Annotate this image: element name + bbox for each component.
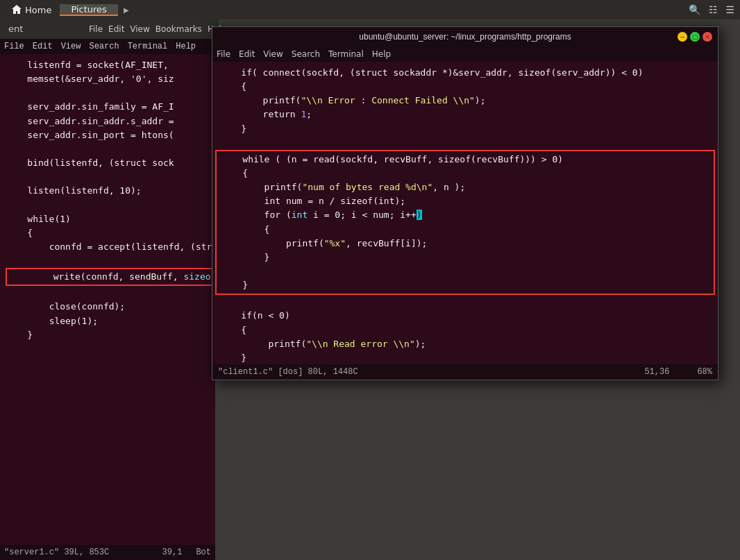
minimize-button[interactable]: −: [678, 32, 687, 42]
bg-menu-view[interactable]: View: [61, 42, 81, 51]
fg-code-line-13: printf("%x", recvBuff[i]);: [221, 237, 709, 251]
bg-code-line-4: serv_addr.sin_family = AF_I: [6, 100, 210, 114]
fg-code-line-16: }: [221, 278, 709, 292]
fg-code-line-6: [219, 136, 711, 150]
fg-code-line-8: {: [221, 167, 709, 180]
search-icon[interactable]: 🔍: [689, 4, 700, 15]
home-button[interactable]: Home: [6, 3, 57, 17]
bg-code-line-10: listen(listenfd, 10);: [6, 184, 210, 198]
bg-code-line-16: [6, 286, 210, 300]
top-panel-right: 🔍 ☷ ☰: [689, 4, 734, 15]
maximize-button[interactable]: □: [690, 32, 700, 42]
fg-code-line-20: printf("\\n Read error \\n");: [219, 337, 711, 351]
terminal-title: ubuntu@ubuntu_server: ~/linux_programs/h…: [359, 32, 571, 42]
fg-code-line-19: {: [219, 323, 711, 337]
grid-icon[interactable]: ☷: [709, 4, 718, 15]
bg-statusbar-pct: Bot: [196, 548, 211, 557]
bg-menu-edit[interactable]: Edit: [33, 42, 53, 51]
bg-code-line-3: [6, 86, 210, 100]
panel-tab-pictures[interactable]: Pictures: [60, 4, 117, 16]
bg-statusbar-file: "server1.c" 39L, 853C: [4, 548, 109, 557]
bg-code-line-5: serv_addr.sin_addr.s_addr =: [6, 114, 210, 128]
sidebar-item-ent[interactable]: ent: [0, 19, 83, 38]
desktop: Home Pictures ▶ 🔍 ☷ ☰ ent ne ktop uments…: [0, 0, 740, 560]
bg-code-highlighted: write(connfd, sendBuff, sizeof(int) * 3)…: [10, 270, 215, 284]
bg-code-line-17: close(connfd);: [6, 300, 210, 314]
fg-code-line-9: printf("num of bytes read %d\n", n );: [221, 180, 709, 194]
terminal-bg-content: listenfd = socket(AF_INET, memset(&serv_…: [0, 54, 215, 346]
fg-code-line-14: }: [221, 251, 709, 264]
fm-menu-edit[interactable]: Edit: [108, 24, 124, 34]
home-icon: [11, 4, 22, 15]
fg-menu-edit[interactable]: Edit: [239, 49, 255, 59]
fg-code-line-5: }: [219, 122, 711, 136]
fg-menu-file[interactable]: File: [217, 49, 230, 59]
fg-statusbar-file: "client1.c" [dos] 80L, 1448C: [218, 367, 358, 377]
fg-code-line-1: if( connect(sockfd, (struct sockaddr *)&…: [219, 66, 711, 80]
bg-code-line-13: {: [6, 226, 210, 240]
terminal-fg: ubuntu@ubuntu_server: ~/linux_programs/h…: [212, 26, 718, 380]
bg-menu-terminal[interactable]: Terminal: [128, 42, 168, 51]
bg-statusbar-pos: 39,1: [162, 548, 183, 557]
fg-code-line-17: [219, 295, 711, 309]
fg-code-line-10: int num = n / sizeof(int);: [221, 194, 709, 208]
close-button[interactable]: ×: [703, 32, 712, 42]
bg-code-line-7: [6, 142, 210, 156]
bg-code-line-2: memset(&serv_addr, '0', siz: [6, 72, 210, 86]
panel-tab-label: Pictures: [71, 4, 106, 15]
fg-statusbar-pos: 51,36: [644, 367, 669, 377]
fm-toolbar: File Edit View Bookmarks Help: [83, 19, 219, 39]
fg-code-line-18: if(n < 0): [219, 309, 711, 323]
fm-menu-view[interactable]: View: [130, 24, 149, 34]
terminal-fg-menubar: File Edit View Search Terminal Help: [212, 46, 718, 62]
fg-menu-help[interactable]: Help: [372, 49, 391, 59]
fg-code-line-3: printf("\\n Error : Connect Failed \\n")…: [219, 94, 711, 108]
panel-tab-arrow[interactable]: ▶: [121, 0, 132, 19]
terminal-fg-statusbar: "client1.c" [dos] 80L, 1448C 51,36 68%: [212, 364, 718, 380]
bg-code-line-15: [6, 254, 210, 268]
bg-menu-help[interactable]: Help: [176, 42, 196, 51]
bg-code-line-8: bind(listenfd, (struct sock: [6, 156, 210, 170]
top-panel: Home Pictures ▶ 🔍 ☷ ☰: [0, 0, 740, 19]
bg-code-line-18: sleep(1);: [6, 314, 210, 328]
bg-menu-search[interactable]: Search: [89, 42, 119, 51]
fm-menu-bookmarks[interactable]: Bookmarks: [155, 24, 202, 34]
bg-code-line-9: [6, 170, 210, 184]
top-panel-left: Home Pictures ▶: [6, 0, 132, 19]
home-label: Home: [25, 5, 51, 15]
terminal-bg: File Edit View Search Terminal Help list…: [0, 39, 215, 560]
bg-code-line-1: listenfd = socket(AF_INET,: [6, 58, 210, 72]
terminal-titlebar: ubuntu@ubuntu_server: ~/linux_programs/h…: [212, 27, 718, 46]
terminal-bg-statusbar: "server1.c" 39L, 853C 39,1 Bot: [0, 545, 215, 560]
fg-code-line-7: while ( (n = read(sockfd, recvBuff, size…: [221, 153, 709, 167]
fg-code-line-2: {: [219, 80, 711, 94]
bg-menu-file[interactable]: File: [4, 42, 24, 51]
fg-statusbar-pct: 68%: [697, 367, 712, 377]
bg-code-line-14: connfd = accept(listenfd, (struct sockad…: [6, 240, 210, 254]
fg-code-line-15: [221, 264, 709, 278]
fg-menu-search[interactable]: Search: [292, 49, 320, 59]
fg-code-line-21: }: [219, 351, 711, 364]
bg-code-line-19: }: [6, 328, 210, 342]
fg-code-line-11: for (int i = 0; i < num; i++): [221, 208, 709, 222]
bg-code-line-12: while(1): [6, 212, 210, 226]
menu-icon[interactable]: ☰: [725, 4, 734, 15]
fg-code-line-4: return 1;: [219, 108, 711, 121]
bg-code-line-6: serv_addr.sin_port = htons(: [6, 128, 210, 142]
fg-menu-terminal[interactable]: Terminal: [328, 49, 364, 59]
terminal-fg-content[interactable]: if( connect(sockfd, (struct sockaddr *)&…: [212, 62, 718, 364]
fg-menu-view[interactable]: View: [263, 49, 283, 59]
bg-code-line-11: [6, 198, 210, 212]
fm-menu-file[interactable]: File: [89, 24, 103, 34]
fg-code-line-12: {: [221, 223, 709, 237]
terminal-bg-menubar: File Edit View Search Terminal Help: [0, 39, 215, 54]
window-controls: − □ ×: [678, 32, 712, 42]
